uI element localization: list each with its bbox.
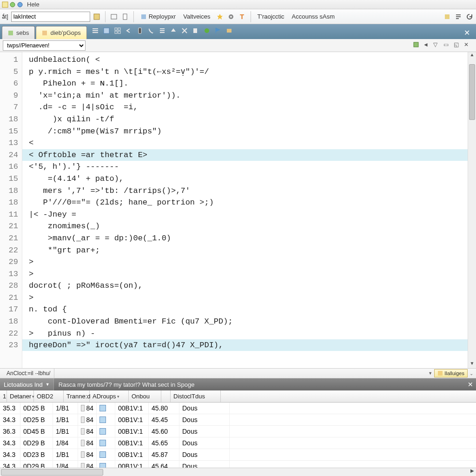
scope-dropdown[interactable]: twps//Plenaeven! (3, 40, 86, 51)
align-icon[interactable] (454, 12, 463, 21)
close-button[interactable]: ✕ (459, 26, 474, 39)
tool-flag-icon[interactable] (214, 27, 225, 37)
accounts-button[interactable]: Accounss sAsm (289, 11, 337, 22)
tool-lines-icon[interactable] (159, 27, 169, 37)
svg-rect-3 (94, 14, 99, 20)
toolbar-left-label: ắt] (2, 13, 8, 20)
table-row[interactable]: 34.30D29 B1/848400B1V:145.64Dous (0, 461, 476, 468)
table-row[interactable]: 34.30D25 B1/B18400B1V:145.45Dous (0, 414, 476, 426)
bottom-close-icon[interactable]: ✕ (465, 381, 476, 388)
bottom-columns: 1 Detaner▾ OBD2 Tranne:d ADroups▾ Onbou … (0, 390, 476, 403)
col-tranne[interactable]: Tranne:d (64, 390, 90, 402)
bottom-rows: 35.30D25 B1/B18400B1V:145.80Dous34.30D25… (0, 403, 476, 468)
tool-copy-icon[interactable] (192, 27, 202, 37)
main-toolbar: ắt] Reploypxr Valtveices T T'raojcctic A… (0, 9, 476, 24)
svg-rect-21 (227, 29, 231, 33)
svg-marker-7 (217, 14, 223, 20)
deploy-button[interactable]: Reploypxr (138, 11, 179, 22)
svg-rect-19 (193, 28, 197, 33)
tool-up-icon[interactable] (170, 27, 180, 37)
scroll-right-icon[interactable]: ▶ (469, 468, 476, 476)
svg-point-20 (205, 28, 209, 33)
go-icon[interactable] (92, 12, 101, 21)
svg-rect-12 (42, 31, 47, 35)
svg-rect-17 (118, 31, 120, 33)
nav-minimize-icon[interactable]: ▭ (443, 41, 453, 50)
svg-point-9 (230, 16, 232, 18)
svg-rect-14 (115, 28, 117, 30)
app-icon-3 (17, 1, 23, 8)
search-input[interactable] (11, 12, 90, 22)
app-icon-2 (9, 1, 16, 8)
horizontal-scrollbar[interactable] (1, 469, 103, 476)
svg-point-1 (10, 2, 15, 7)
tool-close-icon[interactable] (181, 27, 191, 37)
star-icon[interactable] (215, 12, 225, 21)
svg-rect-18 (139, 28, 141, 33)
status-down-icon[interactable]: ⌄ (469, 371, 473, 376)
tool-save-icon[interactable] (103, 27, 113, 37)
gear-icon[interactable] (226, 12, 236, 21)
nav-close-icon[interactable]: ✕ (464, 41, 473, 50)
svg-rect-16 (115, 31, 117, 33)
svg-rect-13 (104, 28, 109, 33)
tool-grid-icon[interactable] (114, 27, 124, 37)
svg-rect-6 (141, 14, 146, 19)
nav-restore-icon[interactable]: ◱ (454, 41, 463, 50)
bottom-header-text: Rasca my tombs/7? my tator!? What sect i… (54, 381, 199, 388)
projects-button[interactable]: T'raojcctic (255, 11, 287, 22)
app-icon-1 (2, 1, 8, 8)
window-title: Hele (27, 1, 40, 8)
tab-sebs[interactable]: sebs (2, 26, 35, 39)
code-editor[interactable]: 1569718151324161518181121212229132821171… (0, 52, 476, 368)
window-icon[interactable] (109, 12, 119, 21)
tool-phone-icon[interactable] (147, 27, 158, 37)
col-detaner[interactable]: Detaner▾ (7, 390, 34, 402)
col-distocl[interactable]: DistoclTdus (171, 390, 221, 402)
bottom-dropdown[interactable]: Lictoatious Ind▼ (0, 378, 54, 390)
tool-list-icon[interactable] (92, 27, 102, 37)
svg-rect-4 (111, 14, 117, 19)
status-languages-button[interactable]: Ilalluiges (434, 369, 468, 377)
editor-statusbar: AnCloct:=il ·-lbhu/ ▼ Ilalluiges ⌄ (0, 368, 476, 378)
svg-rect-10 (445, 14, 450, 19)
tab-diebpgops[interactable]: dieb'pGops (36, 26, 86, 39)
table-row[interactable]: 36.30D45 B1/B18400B1V:145.60Dous (0, 426, 476, 437)
variables-button[interactable]: Valtveices (180, 11, 213, 22)
table-row[interactable]: 34.30D23 B1/B18400B1V:145.87Dous (0, 449, 476, 461)
line-gutter: 1569718151324161518181121212229132821171… (0, 52, 22, 368)
marker-icon[interactable] (443, 12, 452, 21)
text-icon[interactable]: T (238, 12, 247, 21)
svg-rect-22 (414, 42, 418, 47)
scroll-down-icon[interactable]: ▼ (468, 361, 476, 368)
status-dropdown-icon[interactable]: ▼ (428, 371, 432, 376)
editor-tab-bar: sebs dieb'pGops ✕ (0, 24, 476, 39)
svg-rect-5 (123, 14, 127, 20)
svg-rect-0 (2, 2, 8, 7)
svg-rect-23 (438, 371, 443, 376)
svg-rect-15 (118, 28, 120, 30)
col-index[interactable]: 1 (0, 390, 7, 402)
status-tab[interactable]: AnCloct:=il ·-lbhu/ (3, 369, 54, 378)
code-area[interactable]: udnbelaction( <p y.rmich = mes't n \t[i"… (22, 52, 476, 368)
col-obd2[interactable]: OBD2 (34, 390, 64, 402)
tool-device-icon[interactable] (136, 27, 146, 37)
window-titlebar: Hele (0, 0, 476, 9)
bottom-panel-header: Lictoatious Ind▼ Rasca my tombs/7? my ta… (0, 378, 476, 390)
nav-prev-icon[interactable]: ◄ (423, 41, 432, 50)
editor-header: twps//Plenaeven! ◄ ▽ ▭ ◱ ✕ (0, 39, 476, 52)
tool-undo-icon[interactable] (125, 27, 135, 37)
bottom-panel: Lictoatious Ind▼ Rasca my tombs/7? my ta… (0, 378, 476, 476)
table-row[interactable]: 34.30D29 B1/848400B1V:145.65Dous (0, 437, 476, 449)
nav-dropdown-icon[interactable]: ▽ (433, 41, 443, 50)
tool-bug-icon[interactable] (203, 27, 213, 37)
svg-point-2 (18, 2, 22, 7)
tool-box-icon[interactable] (225, 27, 236, 37)
document-icon[interactable] (120, 12, 130, 21)
col-onbou[interactable]: Onbou (129, 390, 161, 402)
col-adoups[interactable]: ADroups▾ (90, 390, 129, 402)
nav-box-icon[interactable] (413, 41, 422, 50)
table-row[interactable]: 35.30D25 B1/B18400B1V:145.80Dous (0, 403, 476, 414)
bottom-footer: ▶ (0, 468, 476, 476)
refresh-icon[interactable] (465, 12, 474, 21)
